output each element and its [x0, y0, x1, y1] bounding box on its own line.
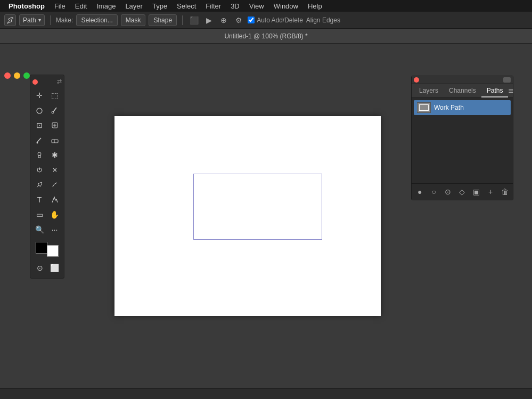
freeform-pen-tool[interactable] [48, 178, 62, 192]
canvas-area [69, 44, 425, 388]
path-rectangle [193, 174, 322, 240]
options-gear-icon[interactable]: ⚙ [233, 14, 244, 26]
brush-tool[interactable] [32, 133, 46, 147]
menu-filter[interactable]: Filter [201, 1, 225, 11]
zoom-tool[interactable]: 🔍 [32, 223, 46, 237]
panel-tabs: Layers Channels Paths ≡ [412, 84, 513, 98]
zoom-button[interactable] [23, 72, 30, 79]
path-name: Work Path [434, 104, 464, 111]
menu-file[interactable]: File [50, 1, 70, 11]
document-title: Untitled-1 @ 100% (RGB/8) * [224, 32, 307, 40]
tab-layers[interactable]: Layers [414, 85, 444, 97]
options-bar: Path Make: Selection... Mask Shape ⬛ ▶ ⊕… [0, 12, 532, 29]
crop-tool[interactable]: ⊡ [32, 118, 46, 132]
panel-toolbar: ● ○ ⊙ ◇ ▣ + 🗑 [412, 183, 513, 200]
toolbox: ⇄ ✛ ⬚ ⊡ ✱ T ▭ ✋ 🔍 ··· [30, 75, 64, 279]
make-path-button[interactable]: ◇ [456, 186, 468, 198]
toolbox-expand-icon[interactable]: ⇄ [57, 78, 62, 85]
stamp-tool[interactable] [32, 148, 46, 162]
eyedropper-tool[interactable] [48, 103, 62, 117]
extra-tools[interactable]: ··· [48, 223, 62, 237]
panel-expand-button[interactable]: ⇄ [503, 77, 511, 83]
eraser-tool[interactable] [48, 133, 62, 147]
background-color-swatch[interactable] [47, 245, 59, 257]
menu-select[interactable]: Select [173, 1, 200, 11]
geometry-option-icon[interactable]: ⬛ [188, 14, 200, 26]
dodge-tool[interactable] [32, 163, 46, 177]
menu-type[interactable]: Type [148, 1, 171, 11]
make-label: Make: [56, 17, 73, 24]
divider-2 [182, 15, 183, 25]
panel-header-controls: ⇄ [412, 76, 513, 84]
work-path-item[interactable]: Work Path [414, 100, 511, 115]
tab-paths[interactable]: Paths [481, 85, 509, 97]
hand-tool[interactable]: ✋ [48, 208, 62, 222]
auto-add-delete-checkbox[interactable] [248, 17, 255, 23]
minimize-button[interactable] [14, 72, 20, 79]
shape-tool[interactable]: ▭ [32, 208, 46, 222]
move-tool[interactable]: ✛ [32, 88, 46, 102]
menu-3d[interactable]: 3D [226, 1, 244, 11]
marquee-tool[interactable]: ⬚ [48, 88, 62, 102]
menu-view[interactable]: View [245, 1, 268, 11]
window-controls [4, 72, 30, 79]
canvas[interactable] [114, 116, 381, 316]
tool-pen-icon[interactable] [4, 14, 16, 26]
load-path-button[interactable]: ⊙ [442, 186, 454, 198]
selection-button[interactable]: Selection... [76, 14, 117, 26]
divider-1 [50, 15, 51, 25]
app-name: Photoshop [4, 1, 49, 11]
path-selection-tool[interactable] [48, 193, 62, 207]
path-mode-dropdown[interactable]: Path [19, 14, 45, 26]
panel-content: Work Path [412, 98, 513, 183]
toolbox-close-button[interactable] [32, 79, 38, 85]
healing-tool[interactable] [48, 118, 62, 132]
settings-icon[interactable]: ⊕ [218, 14, 230, 26]
mask-from-path-button[interactable]: ▣ [471, 186, 482, 198]
svg-point-9 [38, 152, 41, 156]
menu-edit[interactable]: Edit [71, 1, 91, 11]
svg-point-0 [37, 108, 42, 113]
menu-bar: Photoshop File Edit Image Layer Type Sel… [0, 0, 532, 12]
blur-tool[interactable] [48, 163, 62, 177]
stroke-path-button[interactable]: ○ [428, 186, 440, 198]
svg-rect-7 [52, 140, 58, 143]
panel-menu-icon[interactable]: ≡ [508, 86, 513, 96]
auto-add-delete-label: Auto Add/Delete [257, 17, 303, 24]
panel-group: ⇄ Layers Channels Paths ≡ Work Path ● ○ … [411, 76, 513, 200]
screen-mode-icon[interactable]: ⬜ [47, 261, 61, 275]
svg-rect-10 [38, 156, 40, 158]
pen-tool active[interactable] [32, 178, 46, 192]
title-bar: Untitled-1 @ 100% (RGB/8) * [0, 29, 532, 44]
delete-path-button[interactable]: 🗑 [499, 186, 511, 198]
svg-point-2 [52, 111, 54, 113]
menu-help[interactable]: Help [304, 1, 326, 11]
shape-button[interactable]: Shape [149, 14, 177, 26]
history-brush-tool[interactable]: ✱ [48, 148, 62, 162]
fill-path-button[interactable]: ● [414, 186, 425, 198]
svg-point-6 [37, 142, 38, 144]
new-path-button[interactable]: + [485, 186, 496, 198]
menu-window[interactable]: Window [269, 1, 302, 11]
path-thumbnail [417, 102, 431, 113]
align-distribute-icon[interactable]: ▶ [203, 14, 215, 26]
close-button[interactable] [4, 72, 11, 79]
status-bar [0, 388, 532, 399]
quick-mask-icon[interactable]: ⊙ [33, 261, 47, 275]
foreground-color-swatch[interactable] [36, 242, 47, 254]
auto-add-delete-group: Auto Add/Delete [248, 17, 303, 24]
lasso-tool[interactable] [32, 103, 46, 117]
panel-close-button[interactable] [414, 77, 419, 83]
type-tool[interactable]: T [32, 193, 46, 207]
align-edges-label: Align Edges [306, 17, 340, 24]
menu-image[interactable]: Image [92, 1, 120, 11]
tab-channels[interactable]: Channels [444, 85, 481, 97]
svg-line-1 [53, 108, 56, 112]
mask-button[interactable]: Mask [121, 14, 146, 26]
menu-layer[interactable]: Layer [121, 1, 147, 11]
